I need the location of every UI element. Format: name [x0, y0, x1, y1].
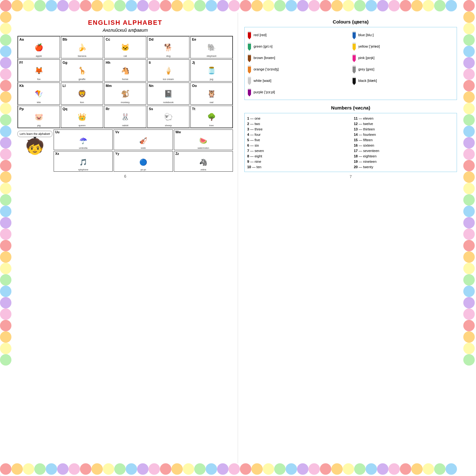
number-row: 3 — three [247, 127, 347, 131]
colours-grid: red [red] blue [bluː] green [griːn] yell… [247, 30, 454, 97]
alphabet-cell: Mm 🐒 monkey [104, 83, 146, 105]
alpha-word: owl [209, 101, 213, 104]
alphabet-cell: Oo 🦉 owl [190, 83, 233, 105]
number-row: 14 — fourteen [354, 132, 454, 137]
alphabet-cell: Ff 🦊 fox [18, 59, 60, 82]
svg-rect-27 [353, 77, 356, 83]
number-row: 19 — nineteen [354, 159, 454, 164]
alphabet-cell: Jj 🫙 jug [190, 59, 233, 82]
number-row: 6 — six [247, 143, 347, 148]
alphabet-cell: Ii 🍦 ice cream [147, 59, 189, 82]
number-row: 17 — seventeen [354, 148, 454, 153]
svg-marker-31 [248, 95, 251, 96]
number-row: 20 — twenty [354, 164, 454, 169]
alphabet-cell: Xx 🎵 xylophone [54, 151, 113, 172]
pencil-icon [352, 30, 356, 39]
alpha-icon: 🍌 [78, 41, 86, 54]
alpha-letter: Ii [149, 61, 151, 64]
colour-text: pink [pɪŋk] [358, 56, 374, 60]
colour-row: black [blæk] [352, 76, 454, 86]
pencil-icon [352, 76, 356, 85]
alphabet-cell: Uu ☂️ umbrella [54, 129, 113, 150]
alpha-icon: 🦁 [78, 88, 86, 100]
scallop-bottom [0, 463, 476, 476]
numbers-title: Numbers (числа) [331, 105, 370, 110]
alpha-icon: 🪁 [35, 88, 43, 100]
pencil-icon [247, 65, 252, 74]
alpha-word: tree [209, 124, 214, 127]
scallop-right [463, 0, 476, 476]
alpha-icon: 🦉 [207, 88, 216, 100]
svg-marker-1 [248, 37, 251, 39]
alpha-icon: 🐕 [164, 41, 173, 54]
scallop-top [0, 0, 476, 13]
svg-rect-5 [353, 31, 356, 32]
svg-rect-14 [248, 54, 251, 55]
alpha-icon: 🌳 [207, 111, 216, 123]
alpha-word: queen [78, 124, 85, 127]
number-row: 12 — twelve [354, 121, 454, 126]
alpha-icon: 🐱 [121, 41, 129, 54]
svg-rect-11 [353, 43, 356, 44]
boy-icon: 🧒 [25, 139, 44, 154]
colour-text: orange [ˈɒrɪndʒ] [254, 67, 279, 71]
alpha-letter: Kk [19, 84, 24, 88]
book-frame: ENGLISH ALPHABET Английский алфавит Aa 🍎… [0, 0, 476, 476]
alphabet-cell: Pp 🐷 pig [18, 106, 60, 128]
number-row: 16 — sixteen [354, 143, 454, 148]
svg-rect-29 [353, 77, 356, 78]
book-inner: ENGLISH ALPHABET Английский алфавит Aa 🍎… [13, 13, 463, 463]
alphabet-cell: Ww 🍉 watermelon [174, 129, 233, 150]
number-row: 1 — one [247, 116, 347, 121]
alphabet-cell: Nn 📓 notebook [147, 83, 189, 105]
pencil-icon [352, 42, 356, 51]
colour-text: black [blæk] [358, 79, 377, 83]
svg-rect-2 [248, 31, 251, 32]
page-subtitle: Английский алфавит [102, 28, 148, 33]
colour-row: white [waɪt] [247, 76, 349, 86]
page-title: ENGLISH ALPHABET [88, 19, 162, 26]
alpha-letter: Rr [106, 107, 109, 111]
alpha-letter: Mm [106, 84, 112, 88]
number-row: 10 — ten [247, 164, 347, 169]
colour-text: blue [bluː] [358, 33, 374, 37]
colour-text: yellow [ˈjeləʊ] [358, 44, 380, 49]
alphabet-cell: Ss 🐑 sheep [147, 106, 189, 128]
svg-rect-32 [248, 88, 251, 89]
left-page: ENGLISH ALPHABET Английский алфавит Aa 🍎… [13, 13, 238, 463]
number-row: 13 — thirteen [354, 127, 454, 131]
svg-rect-20 [248, 65, 251, 67]
svg-rect-6 [248, 43, 251, 49]
alpha-word: dog [166, 55, 170, 57]
alphabet-cell: Qq 👑 queen [61, 106, 103, 128]
svg-marker-19 [248, 72, 251, 74]
alpha-icon: 🦊 [35, 64, 43, 77]
alpha-icon: 🐘 [207, 41, 216, 54]
alphabet-cell: Yy 🔵 yo-yo [114, 151, 173, 172]
alpha-icon: 👑 [78, 111, 86, 123]
svg-marker-25 [248, 83, 251, 85]
colour-text: green [griːn] [254, 44, 273, 49]
alpha-letter: Hh [106, 61, 110, 64]
alpha-icon: 📓 [164, 88, 173, 100]
svg-rect-8 [248, 43, 251, 44]
alpha-letter: Jj [192, 61, 195, 64]
pencil-icon [352, 65, 356, 74]
alpha-word: sheep [165, 124, 172, 127]
number-row: 18 — eighteen [354, 154, 454, 158]
svg-marker-7 [248, 49, 251, 51]
alphabet-cell: Hh 🐴 horse [104, 59, 146, 82]
alpha-icon: 🐒 [121, 88, 129, 100]
alpha-letter: Ee [192, 37, 196, 41]
speech-bubble: Let's learn the alphabet! [17, 131, 52, 137]
number-row: 5 — five [247, 137, 347, 142]
alphabet-cell: Bb 🍌 banana [61, 36, 103, 58]
alpha-word: kite [37, 101, 41, 104]
svg-marker-4 [353, 37, 356, 39]
colour-row: red [red] [247, 30, 349, 40]
pencil-icon [247, 42, 252, 51]
alphabet-cell: Dd 🐕 dog [147, 36, 189, 58]
alphabet-cell: Zz 🦓 zebra [174, 151, 233, 172]
colours-title: Colours (цвета) [333, 19, 369, 24]
colour-row: orange [ˈɒrɪndʒ] [247, 64, 349, 74]
